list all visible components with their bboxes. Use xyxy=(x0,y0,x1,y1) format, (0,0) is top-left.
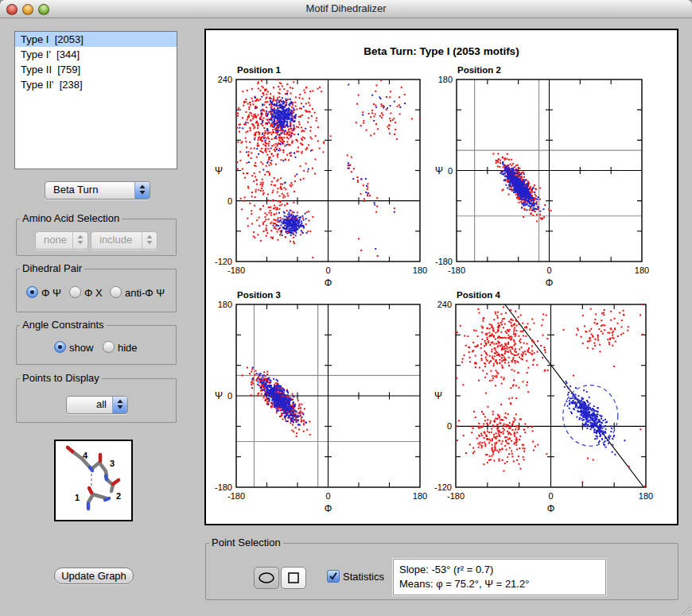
dihedral-pair-title: Dihedral Pair xyxy=(20,262,84,274)
y-axis-letter: Ψ xyxy=(215,165,223,176)
molecule-diagram: 1 2 3 4 xyxy=(56,441,131,520)
plot-position-2[interactable]: Position 21800-180-1800180ΨΦ xyxy=(419,62,656,295)
amino-include-popup: include xyxy=(91,231,157,250)
plot-svg-position-3[interactable]: Position 31800-180-1800180ΨΦ xyxy=(199,287,434,517)
statistics-label: Statistics xyxy=(343,571,384,583)
motif-class-popup[interactable]: Beta Turn xyxy=(45,181,150,200)
plot-svg-position-4[interactable]: Position 42400-120-1800180ΨΦ xyxy=(418,287,660,517)
svg-text:0: 0 xyxy=(325,491,330,501)
radio-show[interactable]: show xyxy=(54,341,93,354)
y-axis-letter: Ψ xyxy=(435,165,443,176)
plot-title: Position 4 xyxy=(457,290,501,300)
popup-arrows-icon xyxy=(142,232,157,249)
svg-text:-180: -180 xyxy=(447,491,465,501)
point-selection-title: Point Selection xyxy=(209,537,283,548)
angle-constraints-title: Angle Constraints xyxy=(20,319,107,331)
window-title: Motif Dihedralizer xyxy=(0,2,692,14)
plot-svg-position-1[interactable]: Position 12400-120-1800180ΨΦ xyxy=(199,62,434,292)
update-graph-button[interactable]: Update Graph xyxy=(54,568,134,584)
svg-text:180: 180 xyxy=(639,491,653,501)
checkmark-icon xyxy=(328,571,339,582)
regression-line xyxy=(505,304,644,487)
plot-panel-title: Beta Turn: Type I (2053 motifs) xyxy=(204,45,678,57)
plot-position-1[interactable]: Position 12400-120-1800180ΨΦ xyxy=(199,62,434,295)
residue-label-1: 1 xyxy=(75,493,80,502)
svg-text:0: 0 xyxy=(447,421,452,431)
rect-select-button[interactable] xyxy=(281,567,306,589)
plot-title: Position 3 xyxy=(237,290,281,300)
y-axis-letter: Ψ xyxy=(434,390,442,401)
dihedral-pair-group: Dihedral Pair Φ Ψ Φ X anti-Φ Ψ xyxy=(16,269,177,312)
svg-text:0: 0 xyxy=(548,491,553,501)
motif-class-popup-value: Beta Turn xyxy=(53,184,98,196)
residue-label-3: 3 xyxy=(110,459,115,468)
x-axis-letter: Φ xyxy=(325,503,332,514)
svg-text:0: 0 xyxy=(546,265,551,275)
point-selection-group: Point Selection Statistics Slope: -53° (… xyxy=(205,543,678,600)
axis-labels: Position 21800-180-1800180ΨΦ xyxy=(435,65,649,289)
radio-phi-psi[interactable]: Φ Ψ xyxy=(26,286,61,299)
scatter-points[interactable] xyxy=(492,153,551,223)
svg-text:0: 0 xyxy=(227,391,232,401)
stats-means-line: Means: φ = 75.2°, Ψ = 21.2° xyxy=(399,577,605,591)
plot-title: Position 1 xyxy=(237,65,282,75)
svg-text:180: 180 xyxy=(218,300,232,309)
popup-arrows-icon xyxy=(134,182,150,199)
plot-svg-position-2[interactable]: Position 21800-180-1800180ΨΦ xyxy=(419,62,656,292)
motif-type-list[interactable]: Type I [2053] Type I' [344] Type II [759… xyxy=(14,31,177,169)
svg-text:240: 240 xyxy=(437,300,452,309)
stats-slope-line: Slope: -53° (r² = 0.7) xyxy=(399,563,605,577)
radio-phi-x[interactable]: Φ X xyxy=(69,286,103,299)
amino-none-popup-value: none xyxy=(44,234,67,246)
residue-label-2: 2 xyxy=(116,491,121,501)
points-to-display-group: Points to Display all xyxy=(16,378,177,423)
svg-text:0: 0 xyxy=(227,196,232,206)
angle-constraints-group: Angle Constraints show hide xyxy=(16,325,177,365)
title-bar: Motif Dihedralizer xyxy=(0,0,692,18)
radio-on-icon xyxy=(26,286,38,298)
svg-text:180: 180 xyxy=(635,265,649,275)
svg-text:-180: -180 xyxy=(227,265,245,275)
radio-hide[interactable]: hide xyxy=(103,341,138,354)
svg-text:180: 180 xyxy=(438,75,453,84)
zero-axis-lines xyxy=(456,304,646,487)
amino-acid-selection-group: Amino Acid Selection none include xyxy=(16,219,177,256)
radio-off-icon xyxy=(69,286,81,298)
scatter-points[interactable] xyxy=(242,366,311,437)
radio-off-icon xyxy=(103,341,115,353)
list-item-type-ii-prime[interactable]: Type II' [238] xyxy=(15,77,177,92)
radio-anti-phi-psi[interactable]: anti-Φ Ψ xyxy=(110,286,165,299)
statistics-readout: Slope: -53° (r² = 0.7) Means: φ = 75.2°,… xyxy=(393,559,606,595)
oval-select-button[interactable] xyxy=(254,567,279,589)
list-item-type-i-prime[interactable]: Type I' [344] xyxy=(15,47,177,62)
oval-icon xyxy=(255,568,278,588)
points-display-popup-value: all xyxy=(96,398,107,410)
residue-label-4: 4 xyxy=(83,451,88,460)
svg-text:240: 240 xyxy=(218,75,232,84)
svg-text:0: 0 xyxy=(448,166,453,176)
rectangle-icon xyxy=(282,568,305,588)
x-axis-letter: Φ xyxy=(547,503,555,514)
zero-axis-lines xyxy=(457,79,642,262)
points-display-popup[interactable]: all xyxy=(66,396,128,414)
points-to-display-title: Points to Display xyxy=(20,372,102,384)
svg-text:0: 0 xyxy=(325,265,330,275)
amino-acid-selection-title: Amino Acid Selection xyxy=(20,212,122,224)
popup-arrows-icon xyxy=(72,232,87,249)
svg-text:-180: -180 xyxy=(227,491,245,501)
app-window: Motif Dihedralizer Type I [2053] Type I'… xyxy=(0,0,692,616)
amino-none-popup: none xyxy=(35,231,88,250)
list-item-type-i[interactable]: Type I [2053] xyxy=(15,32,177,47)
axis-labels: Position 31800-180-1800180ΨΦ xyxy=(215,290,427,514)
plot-title: Position 2 xyxy=(457,65,501,75)
plot-position-3[interactable]: Position 31800-180-1800180ΨΦ xyxy=(199,287,434,521)
plot-position-4[interactable]: Position 42400-120-1800180ΨΦ xyxy=(418,287,660,521)
axis-labels: Position 42400-120-1800180ΨΦ xyxy=(434,290,653,514)
resize-grip[interactable] xyxy=(680,604,691,615)
amino-include-popup-value: include xyxy=(99,234,132,246)
popup-arrows-icon xyxy=(112,397,127,413)
list-item-type-ii[interactable]: Type II [759] xyxy=(15,62,177,77)
svg-text:-180: -180 xyxy=(448,265,465,275)
beta-turn-molecule-image: 1 2 3 4 xyxy=(54,440,133,521)
statistics-checkbox[interactable] xyxy=(327,570,340,583)
